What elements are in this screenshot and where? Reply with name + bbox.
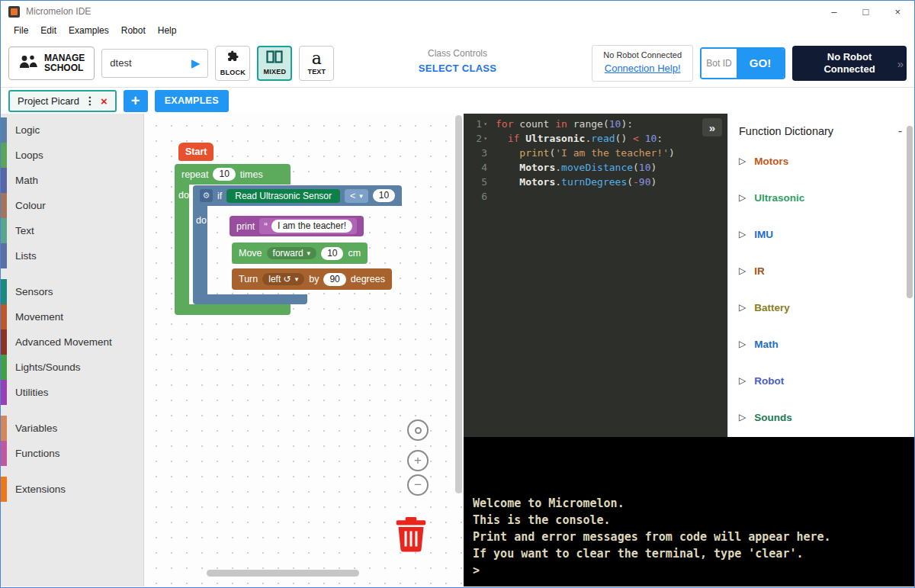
blockly-workspace[interactable]: Start repeat 10 times do ⚙ if Read Ultra…	[144, 114, 464, 586]
repeat-block-spine[interactable]: do	[175, 184, 189, 305]
dictionary-item[interactable]: ▷ Robot	[728, 362, 914, 399]
mode-text-button[interactable]: a TEXT	[299, 46, 334, 81]
run-icon[interactable]: ▶	[191, 56, 201, 70]
class-controls-label: Class Controls	[419, 48, 497, 59]
move-distance-field[interactable]: 10	[321, 247, 343, 260]
trash-button[interactable]	[394, 516, 428, 556]
menu-item[interactable]: File	[8, 24, 34, 37]
close-tab-icon[interactable]: ×	[101, 95, 108, 108]
print-block[interactable]: print “ I am the teacher!	[230, 216, 364, 236]
if-block-bottom[interactable]	[193, 294, 307, 304]
editor-expand-button[interactable]: »	[702, 118, 722, 137]
palette-category[interactable]: Extensions	[1, 477, 143, 502]
go-button[interactable]: GO!	[737, 49, 784, 78]
dictionary-item[interactable]: ▷ IMU	[728, 216, 914, 252]
palette-category[interactable]: Utilities	[1, 380, 143, 405]
dictionary-item[interactable]: ▷ Math	[728, 326, 914, 362]
editor-code[interactable]: for count in range(10): if Ultrasonic.re…	[491, 114, 727, 437]
add-project-button[interactable]: +	[124, 90, 148, 112]
expander-triangle-icon[interactable]: ▷	[739, 192, 746, 203]
mode-mixed-button[interactable]: MIXED	[257, 46, 292, 81]
expander-triangle-icon[interactable]: ▷	[739, 156, 746, 166]
bot-id-input[interactable]: Bot ID	[702, 49, 737, 78]
move-direction-dropdown[interactable]: forward ▾	[267, 247, 317, 259]
repeat-block-bottom[interactable]	[175, 304, 291, 315]
palette-category[interactable]: Sensors	[1, 279, 143, 304]
minimize-window-icon[interactable]: –	[831, 6, 836, 18]
string-block[interactable]: “ I am the teacher!	[259, 218, 357, 234]
connection-help-link[interactable]: Connection Help!	[603, 63, 682, 74]
palette-category[interactable]: Lists	[1, 243, 143, 268]
comparison-dropdown[interactable]: < ▾	[345, 189, 368, 203]
move-block[interactable]: Move forward ▾ 10 cm	[232, 243, 368, 264]
puzzle-icon	[226, 50, 240, 67]
kebab-menu-icon[interactable]: ⋮	[85, 95, 95, 107]
expander-triangle-icon[interactable]: ▷	[739, 302, 746, 313]
dictionary-item[interactable]: ▷ Motors	[728, 143, 914, 179]
panel-collapse-icon[interactable]: »	[897, 56, 904, 69]
quote-icon: “	[264, 223, 268, 230]
palette-category[interactable]: Logic	[1, 117, 143, 143]
gear-icon[interactable]: ⚙	[200, 189, 213, 202]
zoom-reset-button[interactable]	[407, 419, 429, 441]
dictionary-item[interactable]: ▷ Ultrasonic	[728, 179, 914, 216]
select-class-button[interactable]: SELECT CLASS	[419, 63, 497, 74]
maximize-window-icon[interactable]: □	[863, 6, 869, 18]
palette-category[interactable]: Advanced Movement	[1, 329, 143, 355]
project-selector-value: dtest	[110, 57, 131, 69]
bot-id-go-group: Bot ID GO!	[700, 47, 785, 79]
palette-category[interactable]: Movement	[1, 304, 143, 329]
robot-connection-button[interactable]: No Robot Connected »	[792, 46, 907, 81]
zoom-out-button[interactable]: −	[407, 474, 429, 496]
console-line: Print and error messages from code will …	[473, 529, 905, 545]
code-editor[interactable]: 1▾2▾3456 for count in range(10): if Ultr…	[464, 114, 914, 437]
start-block[interactable]: Start	[178, 143, 214, 161]
turn-direction-dropdown[interactable]: left ↺ ▾	[262, 273, 304, 285]
examples-button[interactable]: EXAMPLES	[155, 90, 229, 112]
turn-degrees-field[interactable]: 90	[323, 273, 345, 286]
workspace-vertical-scrollbar[interactable]	[455, 115, 462, 493]
palette-category[interactable]: Lights/Sounds	[1, 355, 143, 380]
manage-school-button[interactable]: MANAGE SCHOOL	[8, 47, 95, 80]
turn-block[interactable]: Turn left ↺ ▾ by 90 degrees	[232, 268, 392, 290]
split-view-icon	[266, 50, 283, 66]
dictionary-scrollbar[interactable]	[907, 126, 913, 298]
palette-category[interactable]: Math	[1, 168, 143, 193]
mode-block-button[interactable]: BLOCK	[215, 46, 250, 81]
dictionary-item[interactable]: ▷ IR	[728, 252, 914, 289]
repeat-count-field[interactable]: 10	[213, 168, 235, 181]
minimize-panel-icon[interactable]: -	[898, 124, 902, 138]
editor-gutter: 1▾2▾3456	[464, 114, 491, 437]
palette-category[interactable]: Colour	[1, 193, 143, 218]
block-palette: Logic Loops Math Colour Text Lists Senso…	[1, 114, 144, 586]
palette-category[interactable]: Functions	[1, 441, 143, 466]
repeat-block[interactable]: repeat 10 times	[175, 164, 291, 185]
if-block-spine[interactable]: do	[193, 206, 207, 294]
ultrasonic-sensor-block[interactable]: Read Ultrasonic Sensor	[226, 189, 340, 203]
dictionary-item[interactable]: ▷ Sounds	[728, 399, 914, 435]
workspace-horizontal-scrollbar[interactable]	[207, 570, 359, 577]
if-block[interactable]: ⚙ if Read Ultrasonic Sensor < ▾ 10	[193, 185, 402, 206]
expander-triangle-icon[interactable]: ▷	[739, 265, 746, 276]
console-terminal[interactable]: Welcome to Micromelon.This is the consol…	[464, 437, 914, 586]
expander-triangle-icon[interactable]: ▷	[739, 375, 746, 386]
palette-category[interactable]: Loops	[1, 143, 143, 168]
menu-item[interactable]: Help	[152, 24, 182, 37]
dictionary-item-label: IMU	[754, 229, 773, 240]
print-text-field[interactable]: I am the teacher!	[271, 220, 352, 233]
close-window-icon[interactable]: ×	[894, 6, 901, 18]
menu-item[interactable]: Examples	[63, 24, 114, 37]
window-title: Micromelon IDE	[26, 6, 831, 17]
expander-triangle-icon[interactable]: ▷	[739, 412, 746, 423]
expander-triangle-icon[interactable]: ▷	[739, 229, 746, 239]
comparison-value-field[interactable]: 10	[373, 189, 395, 202]
project-selector[interactable]: dtest ▶	[101, 49, 208, 78]
expander-triangle-icon[interactable]: ▷	[739, 339, 746, 349]
project-tab[interactable]: Project Picard ⋮ ×	[8, 90, 117, 112]
menu-item[interactable]: Robot	[116, 24, 151, 37]
dictionary-item[interactable]: ▷ Battery	[728, 289, 914, 326]
palette-category[interactable]: Text	[1, 218, 143, 243]
zoom-in-button[interactable]: +	[407, 450, 429, 471]
palette-category[interactable]: Variables	[1, 416, 143, 441]
menu-item[interactable]: Edit	[35, 24, 62, 37]
